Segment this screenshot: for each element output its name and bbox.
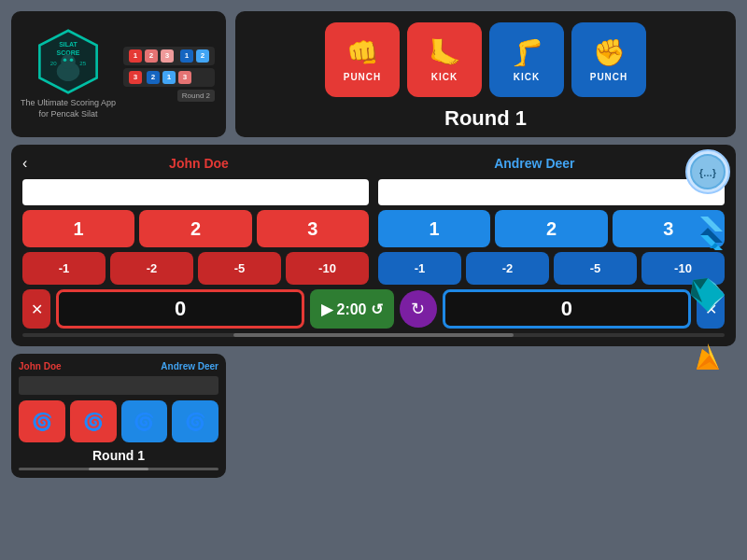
preview-scroll-thumb [89,468,148,470]
kick-red-button[interactable]: 🦶 KICK [407,22,482,97]
clear-left-button[interactable]: ✕ [22,289,50,329]
minus-5-left[interactable]: -5 [198,252,281,285]
logo-left: SILAT SCORE 20 25 The Ultimate Scoring A… [21,29,116,119]
preview-scores [19,376,218,395]
minus-row-left: -1 -2 -5 -10 [22,252,369,285]
preview-btn-2[interactable]: 🌀 [70,400,117,442]
preview-name-right: Andrew Deer [161,361,218,371]
score-card-2: 321 3 [123,68,215,87]
player-left-panel: 1 2 3 -1 -2 -5 -10 [22,179,369,285]
timer-button[interactable]: ▶ 2:00 ↺ [310,289,394,329]
minus-row-right: -1 -2 -5 -10 [378,252,725,285]
num-row-left: 1 2 3 [22,210,369,247]
preview-card: John Doe Andrew Deer 🌀 🌀 🌀 🌀 Round 1 [11,354,226,478]
logo-tagline: The Ultimate Scoring App for Pencak Sila… [21,98,116,119]
player-left-score-input[interactable] [22,179,369,205]
card-stack: 123 12 321 3 Round 2 [123,47,215,102]
kick-red-icon: 🦶 [429,37,461,68]
scoring-panel: ‹ John Doe Andrew Deer 👤 1 2 3 -1 -2 -5 … [11,145,736,346]
player-left-name: John Doe [35,156,362,171]
bottom-section: John Doe Andrew Deer 🌀 🌀 🌀 🌀 Round 1 [0,346,747,478]
timer-label: ▶ 2:00 ↺ [321,301,383,317]
score-card-1: 123 12 [123,47,215,65]
minus-5-right[interactable]: -5 [554,252,637,285]
punch-red-label: PUNCH [344,72,382,82]
preview-score-right [119,376,218,395]
silat-logo-icon: SILAT SCORE 20 25 [35,29,101,94]
minus-2-left[interactable]: -2 [110,252,193,285]
dart-icon [689,276,726,314]
punch-blue-label: PUNCH [590,72,628,82]
top-section: SILAT SCORE 20 25 The Ultimate Scoring A… [0,0,747,145]
preview-btn-1[interactable]: 🌀 [19,400,65,442]
minus-10-left[interactable]: -10 [286,252,369,285]
preview-btn-3[interactable]: 🌀 [121,400,168,442]
svg-text:25: 25 [79,59,86,65]
svg-text:20: 20 [50,59,57,65]
round-title: Round 1 [444,106,527,131]
swagger-icon: {…} [689,153,726,190]
minus-2-right[interactable]: -2 [466,252,549,285]
svg-text:{…}: {…} [699,168,716,178]
num-2-left[interactable]: 2 [139,210,251,247]
minus-1-right[interactable]: -1 [378,252,461,285]
action-card: 👊 PUNCH 🦶 KICK 🦵 KICK ✊ PUNCH Round 1 [235,11,736,137]
kick-blue-button[interactable]: 🦵 KICK [489,22,564,97]
svg-point-8 [70,58,74,62]
preview-header: John Doe Andrew Deer [19,361,218,371]
preview-name-left: John Doe [19,361,62,371]
right-icons: {…} [685,149,730,379]
minus-1-left[interactable]: -1 [22,252,106,285]
svg-point-7 [63,58,67,62]
preview-btn-4[interactable]: 🌀 [172,400,218,442]
flutter-icon-button[interactable] [685,211,730,256]
scroll-bar[interactable] [22,333,725,337]
svg-text:SILAT: SILAT [59,41,78,48]
preview-score-left [19,376,119,395]
score-right-display: 0 [443,289,691,329]
num-1-left[interactable]: 1 [22,210,134,247]
num-3-left[interactable]: 3 [257,210,369,247]
punch-red-icon: 👊 [346,37,379,68]
punch-blue-button[interactable]: ✊ PUNCH [571,22,646,97]
scroll-thumb [233,333,514,337]
scoring-grid: 1 2 3 -1 -2 -5 -10 1 2 3 -1 -2 -5 [22,179,725,285]
punch-blue-icon: ✊ [593,37,626,68]
score-left-display: 0 [56,289,304,329]
preview-round-label: Round 1 [19,448,218,463]
logo-right: 123 12 321 3 Round 2 [123,47,215,102]
kick-red-label: KICK [431,72,458,82]
round-tag: Round 2 [177,90,215,102]
swagger-icon-button[interactable]: {…} [685,149,730,194]
player-right-panel: 1 2 3 -1 -2 -5 -10 [378,179,725,285]
dart-icon-button[interactable] [685,273,730,317]
svg-point-6 [61,54,76,69]
preview-scroll-bar [19,468,218,470]
controls-row: ✕ 0 ▶ 2:00 ↺ ↻ 0 ✕ [22,289,725,329]
panel-header: ‹ John Doe Andrew Deer 👤 [22,154,725,172]
preview-actions: 🌀 🌀 🌀 🌀 [19,400,218,442]
firebase-icon-button[interactable] [685,334,730,379]
logo-card: SILAT SCORE 20 25 The Ultimate Scoring A… [11,11,226,137]
refresh-button[interactable]: ↻ [400,290,437,328]
punch-red-button[interactable]: 👊 PUNCH [325,22,400,97]
action-buttons: 👊 PUNCH 🦶 KICK 🦵 KICK ✊ PUNCH [325,22,646,97]
num-2-right[interactable]: 2 [495,210,607,247]
flutter-icon [689,215,726,252]
num-1-right[interactable]: 1 [378,210,490,247]
svg-marker-11 [700,217,723,231]
kick-blue-icon: 🦵 [511,37,543,68]
player-right-score-input[interactable] [378,179,725,205]
kick-blue-label: KICK [514,72,540,82]
firebase-icon [689,338,726,375]
num-row-right: 1 2 3 [378,210,725,247]
player-right-name: Andrew Deer [371,156,698,171]
back-button[interactable]: ‹ [22,155,27,172]
